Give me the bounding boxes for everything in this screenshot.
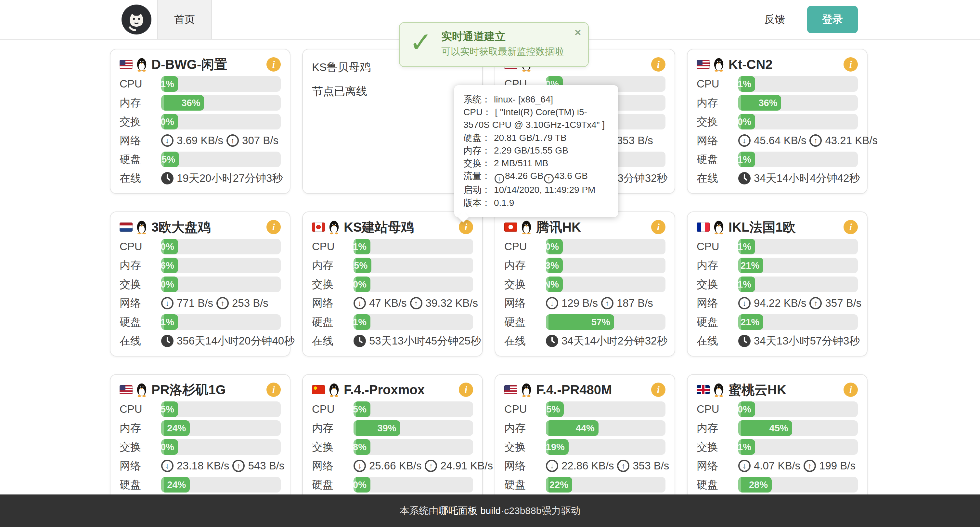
info-icon[interactable] [266, 383, 281, 397]
success-check-icon: ✓ [409, 26, 432, 59]
download-speed: 25.66 KB/s [369, 460, 422, 472]
country-flag-icon [312, 222, 325, 232]
disk-percent: 15% [161, 154, 179, 165]
login-button[interactable]: 登录 [807, 6, 858, 33]
linux-penguin-icon [520, 219, 533, 235]
clock-icon [738, 335, 751, 347]
download-arrow-icon [738, 460, 751, 472]
info-icon[interactable] [651, 57, 665, 72]
disk-usage-bar: 57% [546, 314, 665, 330]
swap-usage-fill: 8% [353, 439, 371, 455]
country-flag-icon [697, 222, 710, 232]
disk-usage-bar: 28% [738, 477, 858, 492]
disk-usage-fill: 11% [738, 152, 755, 167]
tooltip-row: 内存：2.29 GB/15.55 GB [463, 144, 609, 157]
info-icon[interactable] [651, 220, 665, 234]
nav-tab-home[interactable]: 首页 [157, 0, 212, 39]
country-flag-icon [119, 222, 132, 232]
tooltip-row-value: 20.81 GB/1.79 TB [494, 133, 567, 143]
network-label: 网络 [119, 296, 161, 311]
network-label: 网络 [119, 133, 161, 148]
home-tab-label: 首页 [174, 12, 195, 27]
swap-percent: 1% [738, 442, 755, 452]
swap-usage-bar: 19% [546, 439, 665, 455]
tooltip-row: 硬盘：20.81 GB/1.79 TB [463, 131, 609, 144]
uptime-text: 34天14小时2分钟32秒 [562, 334, 667, 348]
swap-row: 交换 8% [312, 439, 473, 455]
logo-cat-icon [121, 5, 151, 35]
info-icon[interactable] [843, 383, 858, 397]
cpu-usage-bar: 0% [546, 239, 665, 254]
download-arrow-icon [738, 297, 751, 309]
cpu-label: CPU [119, 78, 161, 90]
swap-usage-fill: 1% [738, 276, 755, 292]
cpu-usage-fill: 1% [161, 76, 178, 92]
memory-row: 内存 15% [312, 258, 473, 273]
network-label: 网络 [312, 296, 353, 311]
swap-usage-bar: 8% [353, 439, 473, 455]
network-row: 网络 23.18 KB/s 543 B/s [119, 458, 281, 474]
swap-usage-fill: 0% [161, 276, 178, 292]
download-arrow-icon [353, 297, 366, 309]
clock-icon [161, 172, 173, 184]
swap-usage-bar: NaN% [546, 276, 665, 292]
network-row: 网络 3.69 KB/s 307 B/s [119, 133, 281, 149]
server-name: F.4.-PR480M [536, 383, 651, 397]
disk-row: 硬盘 22% [504, 477, 665, 492]
memory-percent: 24% [167, 423, 190, 434]
upload-speed: 43.21 KB/s [825, 134, 877, 147]
memory-percent: 3% [546, 260, 563, 271]
download-arrow-icon [353, 460, 366, 472]
cpu-row: CPU 0% [697, 401, 858, 417]
disk-usage-fill: 10% [353, 477, 371, 492]
info-icon[interactable] [266, 220, 281, 234]
country-flag-icon [697, 60, 710, 69]
info-icon[interactable] [651, 383, 665, 397]
disk-usage-bar: 22% [546, 477, 665, 492]
server-name: PR洛杉矶1G [151, 381, 266, 399]
offline-status-text: 节点已离线 [312, 84, 473, 99]
toast-close-icon[interactable]: × [574, 26, 581, 39]
tooltip-row-label: 启动： [463, 185, 491, 195]
memory-usage-fill: 24% [161, 420, 190, 436]
swap-usage-fill: 19% [546, 439, 569, 455]
server-card-header: KS建站母鸡 [312, 217, 473, 237]
clock-icon [353, 335, 366, 347]
disk-usage-bar: 1% [161, 314, 281, 330]
online-label: 在线 [504, 334, 546, 348]
info-icon[interactable] [843, 220, 858, 234]
info-icon[interactable] [459, 383, 473, 397]
linux-penguin-icon [712, 382, 725, 398]
feedback-link[interactable]: 反馈 [764, 12, 785, 27]
online-label: 在线 [119, 334, 161, 348]
server-name: 3欧大盘鸡 [151, 218, 266, 236]
memory-row: 内存 21% [697, 258, 858, 273]
info-icon[interactable] [843, 57, 858, 72]
disk-usage-fill: 22% [546, 477, 572, 492]
server-name: F.4.-Proxmox [344, 383, 459, 397]
footer-panel-link[interactable]: 哪吒面板 build [439, 504, 501, 517]
disk-label: 硬盘 [312, 477, 353, 492]
info-icon[interactable] [459, 220, 473, 234]
online-label: 在线 [697, 171, 738, 186]
download-arrow-icon [738, 134, 751, 147]
swap-label: 交换 [119, 440, 161, 454]
memory-label: 内存 [119, 96, 161, 110]
info-icon[interactable] [266, 57, 281, 72]
site-logo[interactable] [121, 5, 151, 35]
toast-message: 可以实时获取最新监控数据啦 [441, 45, 588, 58]
server-card-header: Kt-CN2 [697, 55, 858, 74]
cpu-label: CPU [119, 240, 161, 253]
linux-penguin-icon [328, 219, 340, 235]
cpu-row: CPU 5% [312, 401, 473, 417]
download-arrow-icon [161, 134, 173, 147]
memory-row: 内存 45% [697, 420, 858, 436]
upload-speed: 39.32 KB/s [426, 297, 478, 309]
memory-row: 内存 6% [119, 258, 281, 273]
upload-speed: 187 B/s [617, 297, 653, 309]
cpu-percent: 5% [353, 404, 371, 415]
disk-percent: 21% [741, 317, 763, 327]
memory-label: 内存 [504, 421, 546, 436]
navbar-right: 反馈 登录 [764, 6, 858, 33]
swap-usage-bar: 0% [161, 276, 281, 292]
